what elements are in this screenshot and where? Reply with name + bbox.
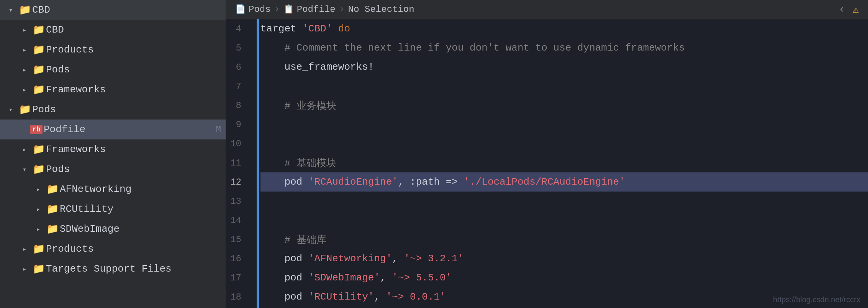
code-token: pod <box>260 291 308 303</box>
line-number: 15 <box>226 230 249 249</box>
code-line <box>260 211 868 230</box>
code-token: # 基础库 <box>260 233 326 246</box>
sidebar-item-pods-root[interactable]: ▾📁Pods <box>0 100 226 120</box>
breadcrumb-podfile[interactable]: 📋 Podfile <box>283 4 336 15</box>
sidebar-item-label: Products <box>46 243 226 255</box>
line-number: 17 <box>226 268 249 287</box>
sidebar-item-afnetworking[interactable]: ▸📁AFNetworking <box>0 179 226 199</box>
folder-icon: 📁 <box>31 263 46 275</box>
sidebar-item-targets-support[interactable]: ▸📁Targets Support Files <box>0 259 226 279</box>
editor-panel: 📄 Pods › 📋 Podfile › No Selection ‹ ⚠ 45… <box>226 0 868 308</box>
sidebar-item-podfile[interactable]: rbPodfileM <box>0 120 226 139</box>
sidebar-item-pods-products[interactable]: ▸📁Products <box>0 239 226 259</box>
chevron-icon: ▾ <box>4 6 18 14</box>
sidebar-item-cbd-products[interactable]: ▸📁Products <box>0 40 226 60</box>
code-token: 'RCAudioEngine' <box>308 176 398 188</box>
code-token: # 基础模块 <box>260 156 336 170</box>
line-number: 6 <box>226 57 249 77</box>
code-token: target <box>260 23 302 34</box>
root-icon: 📁 <box>18 4 32 16</box>
line-number: 18 <box>226 287 249 306</box>
sidebar-item-cbd-root[interactable]: ▾📁CBD <box>0 0 226 20</box>
chevron-icon: ▸ <box>18 26 31 34</box>
chevron-icon: ▸ <box>31 205 45 213</box>
code-token: , <box>392 253 404 264</box>
folder-icon: 📁 <box>31 243 46 255</box>
sidebar-item-sdwebimage[interactable]: ▸📁SDWebImage <box>0 219 226 239</box>
code-area: 456789101112131415161718 target 'CBD' do… <box>226 19 868 308</box>
breadcrumb-noselection-label: No Selection <box>348 4 414 15</box>
sidebar-item-pods-frameworks[interactable]: ▸📁Frameworks <box>0 139 226 159</box>
chevron-icon: ▸ <box>18 265 31 273</box>
sidebar-item-cbd-pods[interactable]: ▸📁Pods <box>0 60 226 80</box>
code-line: pod 'AFNetworking', '~> 3.2.1' <box>260 249 868 268</box>
editor-actions: ‹ ⚠ <box>839 3 859 16</box>
code-token: pod <box>260 176 308 188</box>
code-line <box>260 134 868 153</box>
folder-icon: 📁 <box>31 143 46 156</box>
chevron-icon: ▾ <box>18 165 31 174</box>
code-content[interactable]: target 'CBD' do # Comment the next line … <box>257 19 868 308</box>
breadcrumb-pods[interactable]: 📄 Pods <box>235 4 271 15</box>
root-icon: 📁 <box>18 103 32 116</box>
code-token: , :path => <box>398 176 464 188</box>
breadcrumb-bar: 📄 Pods › 📋 Podfile › No Selection ‹ ⚠ <box>226 0 868 19</box>
warning-icon[interactable]: ⚠ <box>853 3 859 16</box>
code-line <box>260 192 868 211</box>
line-number: 10 <box>226 134 249 153</box>
line-number: 12 <box>226 172 249 192</box>
code-token: 'CBD' <box>302 23 332 34</box>
code-token: pod <box>260 253 308 264</box>
code-line <box>260 77 868 96</box>
sidebar: ▾📁CBD▸📁CBD▸📁Products▸📁Pods▸📁Frameworks▾📁… <box>0 0 226 308</box>
line-number: 9 <box>226 115 249 134</box>
line-number: 4 <box>226 19 249 38</box>
sidebar-item-label: SDWebImage <box>60 223 226 235</box>
folder-icon: 📁 <box>31 163 46 175</box>
breadcrumb-podfile-label: Podfile <box>297 4 336 15</box>
code-token: use_frameworks! <box>260 61 374 73</box>
sidebar-item-label: CBD <box>46 24 226 36</box>
code-line: # Comment the next line if you don't wan… <box>260 38 868 57</box>
sidebar-item-label: Pods <box>46 64 226 75</box>
sidebar-item-cbd-folder[interactable]: ▸📁CBD <box>0 20 226 40</box>
code-line: # 业务模块 <box>260 96 868 115</box>
breadcrumb-pods-label: Pods <box>249 4 271 15</box>
code-token: '~> 5.5.0' <box>392 272 452 283</box>
line-number: 11 <box>226 153 249 172</box>
sidebar-item-label: AFNetworking <box>60 183 226 195</box>
sidebar-item-label: Podfile <box>44 124 216 135</box>
file-badge: M <box>216 125 221 134</box>
code-token: # Comment the next line if you don't wan… <box>260 42 685 54</box>
chevron-icon: ▸ <box>31 185 45 193</box>
sidebar-item-cbd-frameworks[interactable]: ▸📁Frameworks <box>0 80 226 100</box>
sidebar-item-rcutility[interactable]: ▸📁RCUtility <box>0 199 226 219</box>
code-line: # 基础库 <box>260 230 868 249</box>
code-token: '~> 0.0.1' <box>386 291 446 303</box>
file-icon: rb <box>29 125 44 134</box>
code-line <box>260 115 868 134</box>
code-token: './LocalPods/RCAudioEngine' <box>464 176 625 188</box>
sidebar-item-label: Frameworks <box>46 144 226 155</box>
chevron-icon: ▾ <box>4 105 18 114</box>
code-token: 'AFNetworking' <box>308 253 392 264</box>
sidebar-item-label: Products <box>46 44 226 56</box>
sidebar-item-label: Targets Support Files <box>46 263 226 275</box>
sidebar-item-label: Pods <box>32 104 226 115</box>
folder-icon: 📁 <box>31 44 46 56</box>
code-line: use_frameworks! <box>260 57 868 77</box>
sidebar-item-pods-pods[interactable]: ▾📁Pods <box>0 159 226 179</box>
back-arrow-icon[interactable]: ‹ <box>839 3 845 15</box>
breadcrumb-sep-1: › <box>275 5 280 14</box>
chevron-icon: ▸ <box>18 85 31 94</box>
code-line: # 基础模块 <box>260 153 868 172</box>
code-token: '~> 3.2.1' <box>404 253 463 264</box>
line-number: 13 <box>226 192 249 211</box>
line-number: 7 <box>226 77 249 96</box>
code-token: pod <box>260 272 308 283</box>
sidebar-item-label: CBD <box>32 4 226 16</box>
folder-icon: 📁 <box>31 24 46 36</box>
chevron-icon: ▸ <box>18 145 31 154</box>
scroll-indicator <box>257 19 259 308</box>
sidebar-item-label: Pods <box>46 164 226 175</box>
